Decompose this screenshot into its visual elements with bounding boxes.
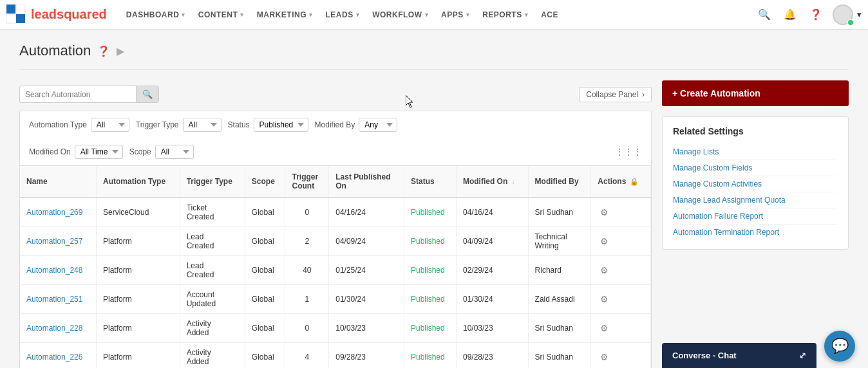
scope-select[interactable]: All — [155, 145, 194, 159]
expand-icon: ⤢ — [799, 351, 806, 360]
help-button[interactable]: ❓ — [804, 3, 827, 26]
search-input-wrap: 🔍 — [19, 86, 159, 103]
chevron-down-icon: ▾ — [356, 12, 360, 18]
scope-filter: Scope All — [129, 145, 194, 159]
search-button[interactable]: 🔍 — [753, 3, 776, 26]
automation-link[interactable]: Automation_226 — [26, 353, 82, 362]
right-panel: + Create Automation Related Settings Man… — [662, 80, 849, 368]
notifications-button[interactable]: 🔔 — [778, 3, 802, 26]
cell-modified-by: Sri Sudhan — [528, 343, 591, 369]
automation-link[interactable]: Automation_228 — [26, 324, 82, 333]
actions-gear-button[interactable]: ⚙ — [598, 293, 611, 306]
trigger-type-filter: Trigger Type All — [136, 118, 222, 132]
cell-name: Automation_228 — [20, 314, 96, 343]
actions-gear-button[interactable]: ⚙ — [598, 322, 611, 335]
cell-name: Automation_251 — [20, 285, 96, 314]
cell-status: Published — [404, 256, 457, 285]
nav-dashboard[interactable]: DASHBOARD▾ — [120, 0, 192, 30]
left-panel: 🔍 Collapse Panel › Automation Type All T… — [19, 80, 652, 368]
nav-marketing[interactable]: MARKETING▾ — [250, 0, 319, 30]
cell-name: Automation_226 — [20, 343, 96, 369]
logo-icon — [6, 5, 27, 25]
trigger-type-select[interactable]: All — [183, 118, 222, 132]
nav-workflow[interactable]: WORKFLOW▾ — [366, 0, 435, 30]
converse-chat-bar[interactable]: Converse - Chat ⤢ — [662, 343, 816, 368]
automation-link[interactable]: Automation_251 — [26, 295, 82, 304]
cell-trigger-count: 0 — [285, 198, 329, 227]
col-last-published: Last PublishedOn — [329, 166, 404, 198]
cell-trigger-type: TicketCreated — [180, 198, 245, 227]
logo-squared: squared — [57, 7, 107, 21]
status-filter: Status Published — [228, 118, 308, 132]
nav-reports[interactable]: REPORTS▾ — [476, 0, 534, 30]
cell-trigger-count: 4 — [285, 343, 329, 369]
chevron-down-icon: ▾ — [240, 12, 244, 18]
related-settings-link[interactable]: Manage Lists — [673, 144, 838, 160]
table-row: Automation_226 Platform ActivityAdded Gl… — [20, 343, 651, 369]
search-input[interactable] — [20, 87, 136, 102]
related-settings-link[interactable]: Manage Custom Fields — [673, 160, 838, 176]
converse-chat-label: Converse - Chat — [672, 351, 737, 360]
related-settings-link[interactable]: Automation Failure Report — [673, 208, 838, 225]
cell-last-published: 09/28/23 — [329, 343, 404, 369]
search-submit-button[interactable]: 🔍 — [136, 86, 158, 102]
modified-on-select[interactable]: All Time — [75, 145, 123, 159]
cell-modified-by: Sri Sudhan — [528, 198, 591, 227]
actions-gear-button[interactable]: ⚙ — [598, 206, 611, 219]
modified-by-label: Modified By — [315, 120, 355, 129]
col-actions: Actions 🔒 — [591, 166, 651, 198]
cell-scope: Global — [245, 256, 285, 285]
trigger-type-label: Trigger Type — [136, 120, 179, 129]
automation-link[interactable]: Automation_257 — [26, 237, 82, 246]
related-links-container: Manage ListsManage Custom FieldsManage C… — [673, 144, 838, 240]
logo-lead: lead — [31, 7, 57, 21]
nav-items: DASHBOARD▾ CONTENT▾ MARKETING▾ LEADS▾ WO… — [120, 0, 753, 30]
automation-type-label: Automation Type — [29, 120, 87, 129]
col-modified-on[interactable]: Modified On ↓ — [456, 166, 528, 198]
columns-icon[interactable]: ⋮⋮⋮ — [615, 147, 642, 157]
nav-apps[interactable]: APPS▾ — [435, 0, 476, 30]
cell-automation-type: Platform — [96, 256, 180, 285]
automation-link[interactable]: Automation_269 — [26, 208, 82, 217]
nav-leads[interactable]: LEADS▾ — [319, 0, 366, 30]
chat-bubble-button[interactable]: 💬 — [824, 331, 855, 362]
cell-trigger-count: 40 — [285, 256, 329, 285]
related-settings-link[interactable]: Manage Custom Activities — [673, 176, 838, 192]
lock-icon: 🔒 — [630, 178, 639, 185]
table-row: Automation_257 Platform LeadCreated Glob… — [20, 227, 651, 256]
logo-text: leadsquared — [31, 7, 107, 22]
cell-actions: ⚙ — [591, 256, 651, 285]
actions-gear-button[interactable]: ⚙ — [598, 264, 611, 277]
actions-gear-button[interactable]: ⚙ — [598, 235, 611, 248]
cell-status: Published — [404, 285, 457, 314]
cell-automation-type: Platform — [96, 314, 180, 343]
col-trigger-type: Trigger Type — [180, 166, 245, 198]
automation-link[interactable]: Automation_248 — [26, 266, 82, 275]
create-automation-button[interactable]: + Create Automation — [662, 80, 849, 106]
related-settings-link[interactable]: Manage Lead Assignment Quota — [673, 192, 838, 208]
modified-by-select[interactable]: Any — [359, 118, 397, 132]
related-settings-link[interactable]: Automation Termination Report — [673, 225, 838, 240]
cell-modified-on: 09/28/23 — [456, 343, 528, 369]
nav-ace[interactable]: ACE — [534, 0, 565, 30]
play-icon[interactable]: ▶ — [117, 45, 124, 57]
user-avatar[interactable] — [833, 5, 853, 25]
table-row: Automation_251 Platform AccountUpdated G… — [20, 285, 651, 314]
collapse-panel-button[interactable]: Collapse Panel › — [579, 87, 652, 102]
actions-gear-button[interactable]: ⚙ — [598, 351, 611, 363]
cell-scope: Global — [245, 285, 285, 314]
automation-type-select[interactable]: All — [91, 118, 129, 132]
chevron-down-icon: ▾ — [309, 12, 313, 18]
cell-status: Published — [404, 227, 457, 256]
help-circle-icon[interactable]: ❓ — [97, 45, 110, 57]
cell-last-published: 04/09/24 — [329, 227, 404, 256]
automation-type-filter: Automation Type All — [29, 118, 129, 132]
logo[interactable]: leadsquared — [6, 5, 107, 25]
nav-content[interactable]: CONTENT▾ — [192, 0, 250, 30]
cell-modified-by: Richard — [528, 256, 591, 285]
col-automation-type: Automation Type — [96, 166, 180, 198]
cell-actions: ⚙ — [591, 198, 651, 227]
status-select[interactable]: Published — [254, 118, 308, 132]
automation-table: Name Automation Type Trigger Type Scope … — [20, 166, 651, 368]
cell-automation-type: Platform — [96, 343, 180, 369]
